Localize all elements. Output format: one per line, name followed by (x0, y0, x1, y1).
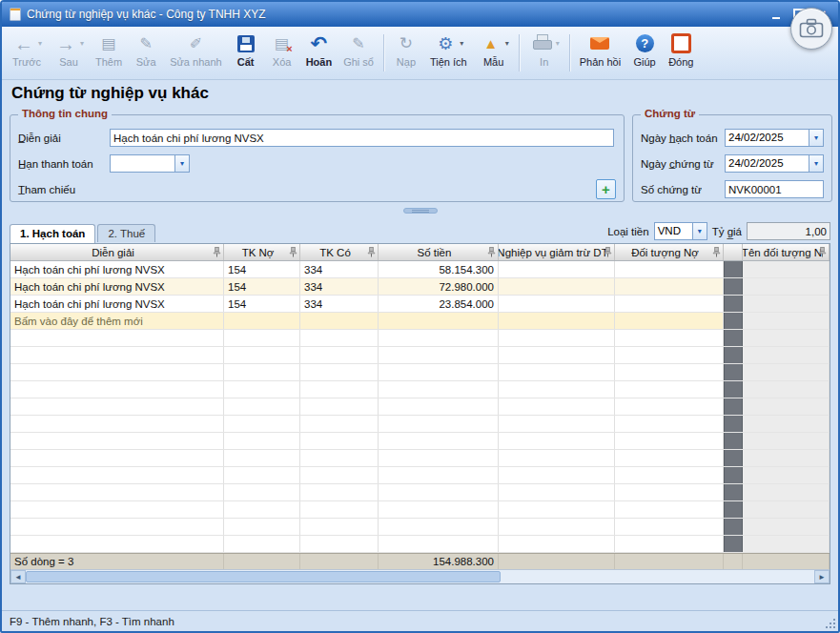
dropdown-caret-icon[interactable]: ▾ (38, 39, 42, 48)
cell[interactable] (224, 313, 300, 329)
empty-row[interactable] (10, 450, 830, 467)
payment-term-select[interactable]: ▾ (110, 154, 190, 173)
dropdown-caret-icon[interactable]: ▾ (505, 39, 509, 48)
cell[interactable] (499, 416, 615, 432)
cell[interactable] (379, 450, 499, 466)
cell[interactable] (743, 467, 830, 483)
cell[interactable] (743, 484, 830, 500)
cell[interactable] (743, 330, 830, 346)
dropdown-caret-icon[interactable]: ▾ (460, 39, 463, 48)
cell[interactable] (224, 433, 300, 449)
cell[interactable] (499, 381, 615, 398)
empty-row[interactable] (10, 364, 830, 381)
column-header[interactable]: Nghiệp vụ giảm trừ DT (499, 244, 615, 260)
tab-hach-toan[interactable]: 1. Hạch toán (10, 224, 95, 243)
cell[interactable] (499, 467, 615, 483)
cell[interactable] (615, 536, 724, 552)
toolbar-button-prev[interactable]: ▾Trước (6, 29, 48, 77)
empty-row[interactable] (10, 467, 830, 484)
cell[interactable] (379, 330, 499, 346)
cell[interactable] (300, 347, 379, 363)
cell[interactable]: Hạch toán chi phí lương NVSX (10, 278, 224, 295)
cell[interactable] (224, 398, 300, 415)
cell[interactable] (499, 484, 615, 500)
cell[interactable] (10, 536, 224, 552)
chevron-down-icon[interactable]: ▾ (809, 130, 823, 146)
cell[interactable] (499, 330, 615, 346)
cell[interactable]: 23.854.000 (379, 296, 499, 312)
cell[interactable] (379, 364, 499, 380)
cell[interactable] (743, 501, 830, 518)
horizontal-scrollbar[interactable]: ◄ ► (10, 569, 830, 583)
cell[interactable] (10, 467, 224, 483)
cell[interactable] (499, 278, 615, 295)
cell[interactable] (379, 381, 499, 398)
dropdown-caret-icon[interactable]: ▾ (80, 39, 84, 48)
cell[interactable]: Hạch toán chi phí lương NVSX (10, 261, 224, 277)
cell[interactable] (743, 381, 830, 398)
cell[interactable] (379, 467, 499, 483)
add-new-row[interactable]: Bấm vào đây để thêm mới (10, 313, 830, 330)
cell[interactable] (615, 347, 724, 363)
cell[interactable] (499, 450, 615, 466)
chevron-down-icon[interactable]: ▾ (809, 155, 823, 172)
cell[interactable] (10, 501, 224, 518)
chevron-down-icon[interactable]: ▾ (692, 223, 707, 239)
cell[interactable] (10, 433, 224, 449)
cell[interactable]: 154 (224, 296, 300, 312)
cell[interactable] (10, 484, 224, 500)
pin-icon[interactable] (213, 247, 221, 257)
cell[interactable] (615, 398, 724, 415)
cell[interactable] (499, 296, 615, 312)
cell[interactable] (499, 313, 615, 329)
cell[interactable] (10, 364, 224, 380)
cell[interactable] (300, 467, 379, 483)
cell[interactable] (615, 261, 724, 277)
cell[interactable] (224, 519, 300, 535)
description-input[interactable] (110, 129, 614, 147)
empty-row[interactable] (10, 484, 830, 501)
cell[interactable] (379, 347, 499, 363)
cell[interactable] (499, 398, 615, 415)
cell[interactable] (615, 467, 724, 483)
pin-icon[interactable] (289, 247, 297, 257)
cell[interactable] (379, 519, 499, 535)
cell[interactable] (10, 330, 224, 346)
table-row[interactable]: Hạch toán chi phí lương NVSX15433472.980… (10, 278, 830, 296)
cell[interactable] (743, 519, 830, 535)
splitter-handle-icon[interactable] (403, 208, 438, 214)
cell[interactable] (743, 347, 830, 363)
toolbar-button-refresh[interactable]: Nạp (388, 29, 424, 77)
cell[interactable] (499, 433, 615, 449)
cell[interactable] (224, 347, 300, 363)
cell[interactable]: 154 (224, 278, 300, 295)
cell[interactable] (743, 261, 830, 277)
cell[interactable] (300, 313, 379, 329)
cell[interactable] (224, 381, 300, 398)
cell[interactable] (300, 398, 379, 415)
column-header[interactable]: Tên đối tượng N (743, 244, 830, 260)
empty-row[interactable] (10, 433, 830, 450)
cell[interactable] (224, 416, 300, 432)
cell[interactable] (615, 330, 724, 346)
cell[interactable] (743, 313, 830, 329)
column-header[interactable]: TK Có (300, 244, 379, 260)
toolbar-button-help[interactable]: Giúp (626, 29, 663, 77)
cell[interactable] (10, 450, 224, 466)
cell[interactable] (300, 484, 379, 500)
cell[interactable] (615, 501, 724, 518)
cell[interactable] (300, 501, 379, 518)
column-header[interactable]: Số tiền (379, 244, 499, 260)
empty-row[interactable] (10, 330, 830, 347)
scrollbar-track[interactable] (501, 570, 814, 583)
minimize-button[interactable] (768, 8, 785, 22)
toolbar-button-next[interactable]: ▾Sau (48, 29, 90, 77)
cell[interactable] (615, 278, 724, 295)
cell[interactable] (379, 536, 499, 552)
scrollbar-thumb[interactable] (26, 571, 501, 582)
posting-date-picker[interactable]: 24/02/2025 ▾ (725, 129, 824, 147)
toolbar-button-write[interactable]: Ghi sổ (338, 29, 379, 77)
cell[interactable] (10, 381, 224, 398)
empty-row[interactable] (10, 398, 830, 416)
cell[interactable] (615, 313, 724, 329)
